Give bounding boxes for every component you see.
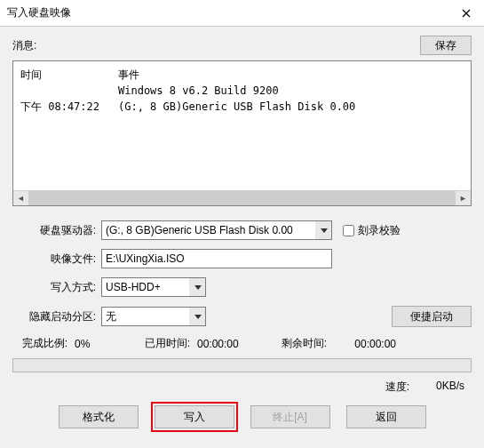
progress-bar	[12, 358, 472, 372]
save-button[interactable]: 保存	[420, 36, 472, 55]
disk-drive-label: 硬盘驱动器:	[12, 223, 101, 238]
image-file-label: 映像文件:	[12, 252, 101, 267]
log-row: 下午 08:47:22 (G:, 8 GB)Generic USB Flash …	[20, 99, 464, 115]
scroll-left-icon[interactable]: ◄	[13, 191, 28, 205]
close-button[interactable]	[448, 0, 484, 27]
disk-drive-select[interactable]: (G:, 8 GB)Generic USB Flash Disk 0.00	[101, 220, 332, 240]
log-row: Windows 8 v6.2 Build 9200	[20, 83, 464, 99]
speed-value: 0KB/s	[436, 380, 464, 395]
format-button[interactable]: 格式化	[59, 405, 139, 428]
scroll-right-icon[interactable]: ►	[456, 191, 471, 205]
burn-verify-checkbox[interactable]: 刻录校验	[343, 223, 401, 238]
abort-button: 终止[A]	[250, 405, 330, 428]
write-method-select[interactable]: USB-HDD+	[101, 277, 206, 297]
hide-boot-partition-label: 隐藏启动分区:	[12, 309, 101, 324]
remain-time-value: 00:00:00	[334, 338, 396, 350]
elapsed-time-value: 00:00:00	[197, 338, 266, 350]
log-col-event: 事件	[118, 67, 464, 83]
write-button[interactable]: 写入	[155, 405, 234, 428]
speed-label: 速度:	[385, 380, 409, 395]
remain-time-label: 剩余时间:	[270, 336, 330, 351]
back-button[interactable]: 返回	[346, 405, 426, 428]
log-col-time: 时间	[20, 67, 118, 83]
titlebar: 写入硬盘映像	[0, 0, 484, 27]
burn-verify-label: 刻录校验	[358, 223, 401, 238]
convenient-boot-button[interactable]: 便捷启动	[392, 306, 472, 327]
log-panel: 时间 事件 Windows 8 v6.2 Build 9200 下午 08:47…	[12, 60, 472, 206]
message-label: 消息:	[12, 38, 36, 53]
write-method-label: 写入方式:	[12, 280, 101, 295]
log-header: 时间 事件	[20, 67, 464, 83]
close-icon	[462, 9, 471, 18]
window-title: 写入硬盘映像	[7, 5, 71, 20]
horizontal-scrollbar[interactable]: ◄ ►	[13, 190, 471, 205]
image-file-input[interactable]	[101, 249, 332, 268]
burn-verify-input[interactable]	[343, 225, 354, 236]
done-percent-value: 0%	[75, 338, 130, 350]
done-percent-label: 完成比例:	[12, 336, 71, 351]
scroll-thumb[interactable]	[28, 191, 456, 205]
elapsed-time-label: 已用时间:	[133, 336, 194, 351]
hide-boot-partition-select[interactable]: 无	[101, 307, 206, 326]
